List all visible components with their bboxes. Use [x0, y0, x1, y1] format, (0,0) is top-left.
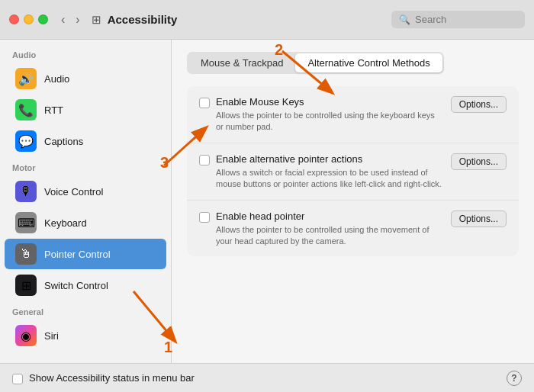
bottom-bar: Show Accessibility status in menu bar ?	[0, 363, 534, 392]
options-area: Enable Mouse KeysAllows the pointer to b…	[187, 86, 519, 256]
audio-label: Audio	[44, 73, 69, 85]
help-button[interactable]: ?	[507, 371, 522, 386]
option-desc-mouse-keys: Allows the pointer to be controlled usin…	[216, 110, 443, 133]
accessibility-status-label: Show Accessibility status in menu bar	[29, 372, 195, 384]
option-check-area-alt-pointer: Enable alternative pointer actionsAllows…	[199, 153, 443, 191]
search-icon: 🔍	[399, 14, 410, 25]
traffic-lights	[9, 14, 48, 24]
window-title: Accessibility	[108, 13, 391, 26]
checkbox-alt-pointer[interactable]	[199, 155, 210, 165]
sidebar-item-audio[interactable]: 🔊Audio	[5, 63, 166, 94]
switch-label: Switch Control	[44, 280, 108, 291]
captions-label: Captions	[44, 136, 83, 147]
option-title-alt-pointer: Enable alternative pointer actions	[216, 153, 443, 165]
option-row-head-pointer: Enable head pointerAllows the pointer to…	[187, 201, 519, 257]
bottom-checkbox-area: Show Accessibility status in menu bar	[12, 372, 195, 384]
sidebar: Audio🔊Audio📞RTT💬CaptionsMotor🎙Voice Cont…	[0, 40, 172, 363]
sidebar-item-captions[interactable]: 💬Captions	[5, 126, 166, 156]
option-text-head-pointer: Enable head pointerAllows the pointer to…	[216, 210, 443, 248]
sidebar-section-motor: Motor	[0, 157, 171, 175]
switch-icon: ⊞	[15, 275, 37, 296]
tab-alt[interactable]: Alternative Control Methods	[295, 53, 442, 72]
search-box[interactable]: 🔍	[391, 11, 525, 28]
rtt-label: RTT	[44, 104, 63, 116]
forward-button[interactable]: ›	[72, 11, 83, 28]
grid-icon: ⊞	[92, 13, 101, 27]
options-btn-alt-pointer[interactable]: Options...	[451, 153, 507, 170]
accessibility-status-checkbox[interactable]	[12, 374, 23, 384]
voice-icon: 🎙	[15, 181, 37, 202]
option-row-mouse-keys: Enable Mouse KeysAllows the pointer to b…	[187, 86, 519, 143]
nav-arrows: ‹ ›	[57, 11, 84, 28]
sidebar-item-keyboard[interactable]: ⌨Keyboard	[5, 207, 166, 238]
option-check-area-mouse-keys: Enable Mouse KeysAllows the pointer to b…	[199, 95, 443, 133]
sidebar-section-audio: Audio	[0, 44, 171, 63]
checkbox-head-pointer[interactable]	[199, 212, 210, 223]
maximize-button[interactable]	[38, 14, 48, 24]
back-button[interactable]: ‹	[57, 11, 69, 28]
pointer-label: Pointer Control	[44, 249, 111, 260]
options-btn-head-pointer[interactable]: Options...	[451, 210, 507, 227]
option-desc-alt-pointer: Allows a switch or facial expression to …	[216, 167, 443, 191]
sidebar-item-voice[interactable]: 🎙Voice Control	[5, 176, 166, 207]
sidebar-section-general: General	[0, 301, 171, 320]
rtt-icon: 📞	[15, 99, 37, 120]
option-title-mouse-keys: Enable Mouse Keys	[216, 96, 443, 108]
option-title-head-pointer: Enable head pointer	[216, 210, 443, 222]
titlebar: ‹ › ⊞ Accessibility 🔍	[0, 0, 534, 40]
search-input[interactable]	[415, 14, 517, 25]
option-text-alt-pointer: Enable alternative pointer actionsAllows…	[216, 153, 443, 191]
sidebar-item-siri[interactable]: ◉Siri	[5, 320, 166, 351]
siri-label: Siri	[44, 330, 59, 342]
sidebar-item-rtt[interactable]: 📞RTT	[5, 95, 166, 125]
pointer-icon: 🖱	[15, 243, 37, 265]
minimize-button[interactable]	[24, 14, 34, 24]
option-desc-head-pointer: Allows the pointer to be controlled usin…	[216, 224, 443, 248]
captions-icon: 💬	[15, 130, 37, 152]
keyboard-icon: ⌨	[15, 212, 37, 233]
option-text-mouse-keys: Enable Mouse KeysAllows the pointer to b…	[216, 96, 443, 133]
option-row-alt-pointer: Enable alternative pointer actionsAllows…	[187, 143, 519, 201]
siri-icon: ◉	[15, 325, 37, 346]
content-area: Mouse & TrackpadAlternative Control Meth…	[172, 40, 534, 363]
tabs-row: Mouse & TrackpadAlternative Control Meth…	[187, 52, 444, 74]
options-btn-mouse-keys[interactable]: Options...	[451, 96, 507, 113]
sidebar-item-switch[interactable]: ⊞Switch Control	[5, 270, 166, 300]
checkbox-mouse-keys[interactable]	[199, 98, 210, 108]
keyboard-label: Keyboard	[44, 217, 87, 229]
main-area: Audio🔊Audio📞RTT💬CaptionsMotor🎙Voice Cont…	[0, 40, 534, 363]
close-button[interactable]	[9, 14, 19, 24]
tab-mouse[interactable]: Mouse & Trackpad	[188, 53, 295, 72]
audio-icon: 🔊	[15, 68, 37, 89]
sidebar-item-pointer[interactable]: 🖱Pointer Control	[5, 239, 166, 269]
voice-label: Voice Control	[44, 186, 103, 198]
option-check-area-head-pointer: Enable head pointerAllows the pointer to…	[199, 210, 443, 248]
